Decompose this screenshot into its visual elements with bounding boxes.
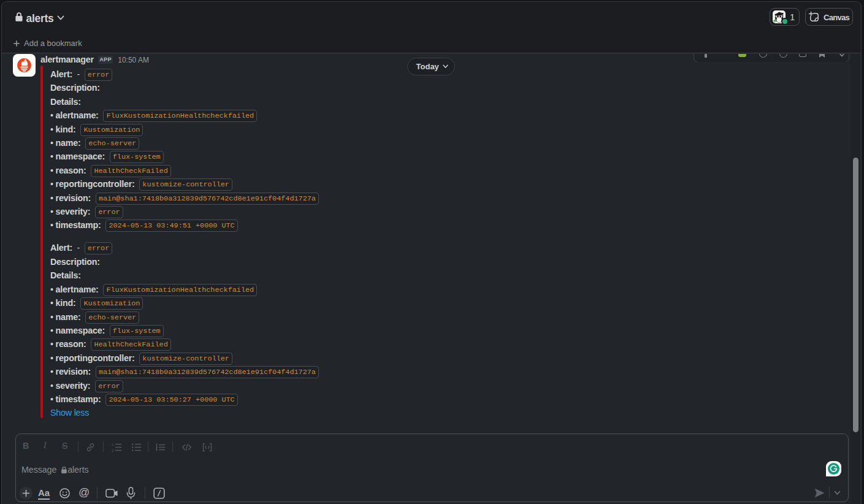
svg-text:1: 1 bbox=[112, 443, 114, 446]
svg-text:2: 2 bbox=[112, 449, 114, 452]
